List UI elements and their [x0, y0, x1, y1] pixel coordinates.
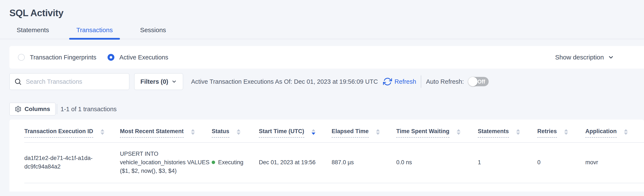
- toggle-state-label: Off: [478, 79, 485, 85]
- status-label: Executing: [218, 159, 244, 166]
- page-header: SQL Activity: [0, 0, 644, 18]
- sort-icon[interactable]: [564, 129, 568, 135]
- columns-label: Columns: [24, 106, 50, 113]
- chevron-down-icon: [608, 54, 614, 60]
- toggle-knob: [468, 77, 478, 86]
- column-header-start-time[interactable]: Start Time (UTC): [259, 128, 332, 138]
- controls-divider: [57, 104, 57, 114]
- view-mode-radio-group: Transaction Fingerprints Active Executio…: [18, 54, 168, 61]
- show-description-label: Show description: [555, 54, 604, 61]
- refresh-icon: [383, 77, 392, 86]
- column-header-label: Start Time (UTC): [259, 128, 304, 138]
- tab-transactions[interactable]: Transactions: [69, 26, 120, 39]
- toolbar: Filters (0) Active Transaction Execution…: [10, 73, 644, 90]
- column-header-status[interactable]: Status: [212, 128, 259, 138]
- column-header-most-recent-statement[interactable]: Most Recent Statement: [120, 128, 212, 138]
- radio-active-executions[interactable]: Active Executions: [108, 54, 168, 61]
- column-header-transaction-execution-id[interactable]: Transaction Execution ID: [24, 128, 120, 138]
- cell-start-time: Dec 01, 2023 at 19:56: [259, 159, 332, 166]
- column-header-elapsed-time[interactable]: Elapsed Time: [332, 128, 396, 138]
- cell-elapsed-time: 887.0 µs: [332, 159, 396, 166]
- cell-time-spent-waiting: 0.0 ns: [396, 159, 478, 166]
- results-count: 1-1 of 1 transactions: [60, 106, 117, 113]
- column-header-label: Statements: [478, 128, 509, 138]
- radio-transaction-fingerprints[interactable]: Transaction Fingerprints: [18, 54, 96, 61]
- gear-icon: [15, 106, 22, 113]
- sort-icon-descending-active[interactable]: [312, 129, 316, 135]
- sort-icon[interactable]: [376, 129, 380, 135]
- cell-application: movr: [585, 159, 644, 166]
- search-icon: [14, 78, 22, 85]
- column-header-label: Status: [212, 128, 230, 138]
- column-header-time-spent-waiting[interactable]: Time Spent Waiting: [396, 128, 478, 138]
- cell-transaction-execution-id[interactable]: da1f21e2-de71-4c1f-a1da-dc9fc94a84a2: [24, 154, 98, 171]
- table-header-row: Transaction Execution ID Most Recent Sta…: [24, 120, 644, 143]
- filters-button[interactable]: Filters (0): [134, 73, 183, 90]
- sql-activity-page: SQL Activity Statements Transactions Ses…: [0, 0, 644, 196]
- refresh-label: Refresh: [394, 78, 416, 85]
- column-header-label: Time Spent Waiting: [396, 128, 450, 138]
- toolbar-divider: [421, 75, 421, 88]
- transactions-table: Transaction Execution ID Most Recent Sta…: [10, 120, 644, 192]
- radio-unselected-icon[interactable]: [18, 54, 25, 61]
- auto-refresh-label: Auto Refresh:: [426, 78, 464, 85]
- column-header-label: Most Recent Statement: [120, 128, 184, 138]
- as-of-text: Active Transaction Executions As Of: Dec…: [191, 78, 378, 85]
- filters-label: Filters (0): [140, 78, 168, 85]
- radio-selected-icon[interactable]: [108, 54, 114, 61]
- cell-retries: 0: [537, 159, 585, 166]
- sort-icon[interactable]: [457, 129, 460, 135]
- column-header-label: Transaction Execution ID: [24, 128, 93, 138]
- sort-icon[interactable]: [516, 129, 520, 135]
- show-description-button[interactable]: Show description: [555, 54, 614, 61]
- auto-refresh-toggle[interactable]: Off: [468, 77, 489, 86]
- table-row[interactable]: da1f21e2-de71-4c1f-a1da-dc9fc94a84a2 UPS…: [24, 143, 644, 183]
- sort-icon[interactable]: [624, 129, 628, 135]
- chevron-down-icon: [171, 79, 177, 84]
- radio-label: Active Executions: [120, 54, 168, 61]
- radio-label: Transaction Fingerprints: [30, 54, 96, 61]
- tab-statements[interactable]: Statements: [10, 26, 56, 39]
- search-input[interactable]: [26, 78, 124, 85]
- tab-bar: Statements Transactions Sessions: [0, 26, 644, 39]
- search-box[interactable]: [10, 73, 129, 90]
- sort-icon[interactable]: [237, 129, 240, 135]
- view-mode-card: Transaction Fingerprints Active Executio…: [10, 46, 644, 69]
- tab-sessions[interactable]: Sessions: [133, 26, 173, 39]
- cell-most-recent-statement: UPSERT INTO vehicle_location_histories V…: [120, 150, 210, 175]
- page-title: SQL Activity: [10, 8, 644, 18]
- column-header-statements[interactable]: Statements: [478, 128, 537, 138]
- column-header-label: Application: [585, 128, 617, 138]
- columns-button[interactable]: Columns: [10, 103, 56, 115]
- cell-status: Executing: [212, 159, 259, 166]
- column-header-application[interactable]: Application: [585, 128, 644, 138]
- refresh-button[interactable]: Refresh: [383, 77, 416, 86]
- cell-statements: 1: [478, 159, 537, 166]
- table-controls-row: Columns 1-1 of 1 transactions: [10, 103, 644, 115]
- sort-icon[interactable]: [100, 129, 104, 135]
- column-header-label: Elapsed Time: [332, 128, 369, 138]
- sort-icon[interactable]: [191, 129, 195, 135]
- column-header-retries[interactable]: Retries: [537, 128, 585, 138]
- status-executing-dot-icon: [212, 161, 215, 164]
- column-header-label: Retries: [537, 128, 557, 138]
